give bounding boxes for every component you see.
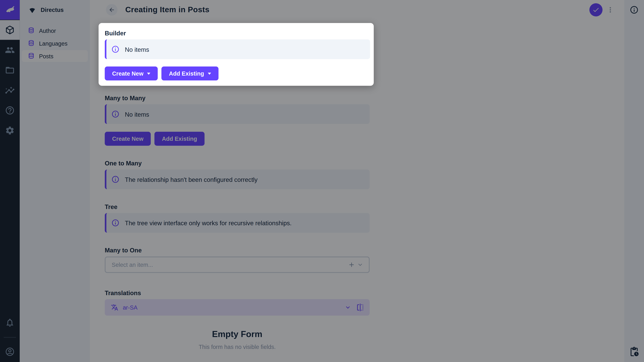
field-label: Builder (105, 29, 370, 37)
caret-down-icon (147, 72, 150, 74)
builder-field-dialog: Builder No items Create New Add Existing (98, 23, 374, 86)
button-label: Add Existing (169, 70, 204, 77)
stage: Directus Author Languages (0, 0, 644, 362)
caret-down-icon (208, 72, 211, 74)
notice-text: No items (125, 46, 149, 53)
directus-app: Directus Author Languages (0, 0, 644, 362)
info-icon (111, 45, 120, 53)
button-label: Create New (112, 70, 144, 77)
builder-actions: Create New Add Existing (105, 66, 370, 80)
no-items-notice: No items (105, 39, 370, 59)
add-existing-button[interactable]: Add Existing (162, 66, 218, 80)
create-new-button[interactable]: Create New (105, 66, 158, 80)
